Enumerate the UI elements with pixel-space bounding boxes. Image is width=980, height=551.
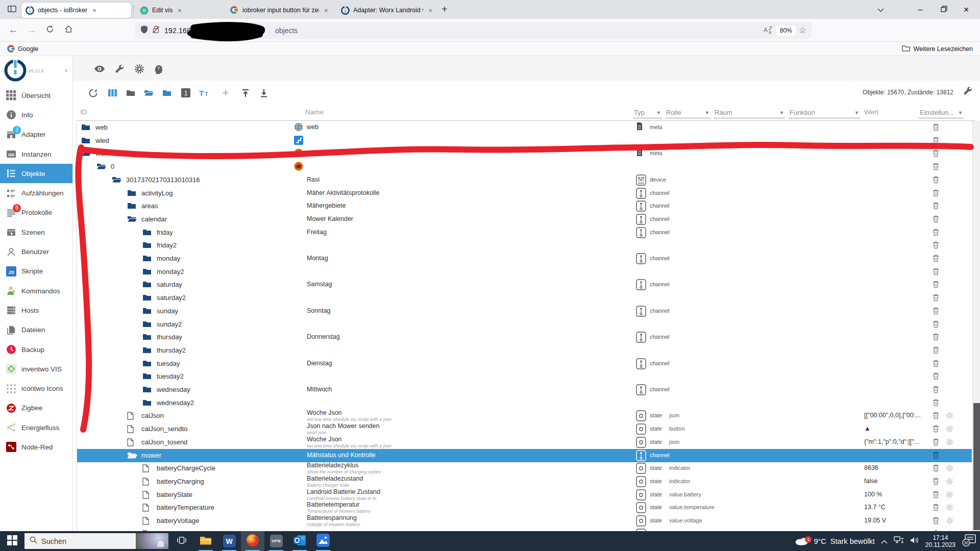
folder-view-icon[interactable] bbox=[160, 87, 174, 99]
translate-icon[interactable]: Aa bbox=[764, 26, 773, 36]
sidebar-item-node-red[interactable]: Node-Red bbox=[0, 437, 72, 457]
object-row-tuesday[interactable]: tuesdayDienstag channel bbox=[77, 357, 972, 370]
delete-trash-icon[interactable] bbox=[933, 478, 940, 486]
delete-trash-icon[interactable] bbox=[933, 137, 940, 145]
column-filter-funktion[interactable]: Funktion▼ bbox=[789, 107, 860, 118]
edit-gear-icon[interactable] bbox=[946, 412, 953, 419]
sidebar-item-info[interactable]: Info bbox=[0, 105, 72, 124]
object-row-calJson[interactable]: calJsonWoche Jsonset one time shedule vi… bbox=[77, 409, 972, 422]
folder-icon[interactable] bbox=[81, 137, 91, 145]
notification-center-icon[interactable]: 30 bbox=[962, 534, 976, 548]
expand-level-1-icon[interactable]: 1 bbox=[179, 87, 192, 99]
sidebar-item-energiefluss[interactable]: Energiefluss bbox=[0, 418, 72, 437]
object-row-batteryState[interactable]: batteryStateLandroid Batterie ZustandLan… bbox=[77, 488, 972, 502]
object-row-thursday2[interactable]: thursday2 bbox=[77, 344, 972, 357]
taskbar-search[interactable]: Suchen bbox=[24, 533, 168, 549]
delete-trash-icon[interactable] bbox=[933, 504, 940, 512]
add-object-icon[interactable]: + bbox=[219, 87, 232, 99]
column-filter-rolle[interactable]: Rolle▼ bbox=[665, 107, 710, 118]
sidebar-item-benutzer[interactable]: Benutzer bbox=[0, 242, 72, 261]
folder-icon[interactable] bbox=[142, 346, 153, 355]
collapse-all-folder-icon[interactable] bbox=[124, 87, 137, 99]
folder-icon[interactable] bbox=[142, 229, 153, 237]
delete-trash-icon[interactable] bbox=[933, 464, 940, 472]
delete-trash-icon[interactable] bbox=[933, 425, 940, 433]
back-button[interactable]: ← bbox=[5, 22, 21, 38]
edit-gear-icon[interactable] bbox=[946, 464, 953, 472]
sidebar-item-zigbee[interactable]: Zigbee bbox=[0, 398, 72, 418]
edit-gear-icon[interactable] bbox=[946, 517, 953, 524]
folder-icon[interactable] bbox=[142, 386, 153, 394]
doc-icon[interactable] bbox=[142, 517, 153, 525]
sidebar-item-hosts[interactable]: Hosts bbox=[0, 300, 72, 320]
object-row-friday2[interactable]: friday2 bbox=[77, 239, 972, 252]
task-view-button[interactable] bbox=[172, 531, 192, 551]
object-row-wled[interactable]: wled bbox=[77, 134, 972, 147]
doc-icon[interactable] bbox=[142, 478, 153, 486]
expand-all-folder-icon[interactable] bbox=[142, 87, 156, 99]
object-row-monday2[interactable]: monday2 bbox=[77, 265, 972, 279]
sidebar-item-kommandos[interactable]: Kommandos bbox=[0, 281, 72, 300]
folder-icon[interactable] bbox=[127, 202, 137, 210]
text-size-icon[interactable]: TT bbox=[199, 87, 212, 99]
folder-icon[interactable] bbox=[142, 241, 153, 249]
scrollbar-thumb[interactable] bbox=[973, 403, 980, 530]
object-row-activityLog[interactable]: activityLogMäher Aktivitätsprotokolle ch… bbox=[77, 187, 972, 200]
object-row-sunday[interactable]: sundaySonntag channel bbox=[77, 305, 972, 318]
delete-trash-icon[interactable] bbox=[933, 491, 940, 499]
object-row-sunday2[interactable]: sunday2 bbox=[77, 318, 972, 331]
folder-open-icon[interactable] bbox=[96, 163, 107, 171]
tray-expand-icon[interactable] bbox=[881, 537, 888, 546]
doc-icon[interactable] bbox=[127, 425, 137, 433]
folder-icon[interactable] bbox=[142, 255, 153, 263]
delete-trash-icon[interactable] bbox=[933, 346, 940, 355]
object-row-batteryTemperature[interactable]: batteryTemperatureBatterietemperaturTemp… bbox=[77, 501, 972, 514]
doc-icon[interactable] bbox=[142, 464, 153, 472]
window-close-button[interactable]: × bbox=[955, 0, 977, 19]
delete-trash-icon[interactable] bbox=[933, 333, 940, 341]
column-filter-typ[interactable]: Typ▼ bbox=[633, 107, 662, 118]
folder-icon[interactable] bbox=[142, 399, 153, 407]
delete-trash-icon[interactable] bbox=[933, 215, 940, 223]
edit-gear-icon[interactable] bbox=[946, 504, 953, 511]
tab-close-icon[interactable]: × bbox=[428, 7, 432, 14]
taskbar-app-word[interactable]: W bbox=[217, 531, 241, 551]
folder-open-icon[interactable] bbox=[127, 215, 137, 223]
sidebar-collapse-button[interactable]: ‹ bbox=[65, 65, 67, 74]
column-filter-raum[interactable]: Raum▼ bbox=[714, 107, 785, 118]
delete-trash-icon[interactable] bbox=[933, 517, 940, 525]
taskbar-app-explorer[interactable] bbox=[194, 531, 217, 551]
weather-widget[interactable]: 1 9°C Stark bewölkt bbox=[794, 535, 874, 547]
object-row-direction[interactable]: directionRichtung state252.2 ° bbox=[77, 528, 972, 531]
object-row-areas[interactable]: areasMähergebiete channel bbox=[77, 199, 972, 213]
vertical-scrollbar[interactable] bbox=[972, 121, 980, 531]
folder-icon[interactable] bbox=[142, 268, 153, 276]
folder-icon[interactable] bbox=[142, 294, 153, 302]
insecure-lock-icon[interactable] bbox=[152, 25, 160, 36]
browser-tab-2[interactable]: Edit vis × bbox=[136, 3, 225, 18]
sidebar-item-objekte[interactable]: Objekte bbox=[0, 164, 72, 183]
taskbar-app-vpn[interactable]: VPN bbox=[264, 531, 288, 551]
delete-trash-icon[interactable] bbox=[933, 307, 940, 315]
folder-icon[interactable] bbox=[142, 320, 153, 329]
start-button[interactable] bbox=[0, 531, 24, 551]
window-restore-button[interactable] bbox=[933, 0, 954, 19]
home-button[interactable] bbox=[60, 22, 77, 38]
taskbar-app-firefox[interactable] bbox=[241, 531, 264, 551]
tracking-shield-icon[interactable] bbox=[140, 25, 148, 36]
delete-trash-icon[interactable] bbox=[933, 229, 940, 237]
other-bookmarks-button[interactable]: Weitere Lesezeichen bbox=[902, 45, 973, 53]
folder-open-icon[interactable] bbox=[112, 176, 122, 184]
taskbar-app-photos[interactable] bbox=[311, 531, 335, 551]
tab-close-icon[interactable]: × bbox=[324, 7, 328, 14]
sidebar-item-backup[interactable]: Backup bbox=[0, 340, 72, 359]
sidebar-item-szenen[interactable]: Szenen bbox=[0, 222, 72, 242]
object-row-thursday[interactable]: thursdayDonnerstag channel bbox=[77, 331, 972, 344]
edit-gear-icon[interactable] bbox=[946, 438, 953, 446]
sidebar-item-icontwo-icons[interactable]: icontwo Icons bbox=[0, 379, 72, 398]
object-row-batteryCharging[interactable]: batteryChargingBatterieladezustandBatter… bbox=[77, 475, 972, 488]
expert-wrench-icon[interactable] bbox=[113, 62, 126, 76]
object-value[interactable]: false bbox=[864, 478, 877, 485]
search-highlight-image[interactable] bbox=[136, 533, 168, 549]
sidebar-item-aufz-hlungen[interactable]: Aufzählungen bbox=[0, 183, 72, 203]
